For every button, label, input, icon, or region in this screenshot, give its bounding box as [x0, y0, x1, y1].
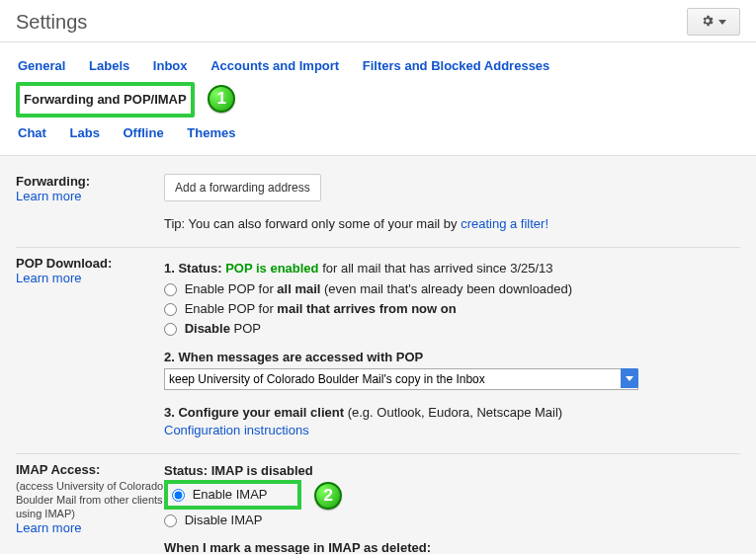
pop-label: POP Download:: [16, 256, 164, 271]
pop-accessed-heading: 2. When messages are accessed with POP: [164, 350, 423, 364]
forwarding-learn-more-link[interactable]: Learn more: [16, 189, 81, 203]
tab-general[interactable]: General: [16, 50, 67, 82]
pop-disable-radio[interactable]: [164, 323, 177, 336]
annotation-badge-1: 1: [208, 85, 235, 113]
forwarding-label: Forwarding:: [16, 174, 164, 189]
gear-icon: [701, 14, 714, 31]
pop-status-value: POP is enabled: [225, 261, 318, 276]
imap-disable-radio[interactable]: [164, 514, 177, 527]
tab-labs[interactable]: Labs: [68, 118, 102, 149]
imap-sublabel: (access University of Colorado Boulder M…: [16, 479, 164, 520]
pop-configure-suffix: (e.g. Outlook, Eudora, Netscape Mail): [344, 405, 562, 420]
annotation-badge-2: 2: [314, 482, 342, 510]
forwarding-section: Forwarding: Learn more Add a forwarding …: [16, 166, 740, 248]
pop-status-suffix: for all mail that has arrived since 3/25…: [319, 261, 553, 276]
tab-offline[interactable]: Offline: [121, 118, 165, 149]
settings-tabs: General Labels Inbox Accounts and Import…: [0, 42, 756, 156]
pop-enable-new-option[interactable]: Enable POP for mail that arrives from no…: [164, 299, 740, 319]
tab-accounts-import[interactable]: Accounts and Import: [209, 50, 341, 82]
pop-accessed-select[interactable]: keep University of Colorado Boulder Mail…: [164, 368, 638, 390]
imap-status: Status: IMAP is disabled: [164, 463, 313, 478]
settings-gear-button[interactable]: [687, 8, 740, 36]
pop-status-prefix: 1. Status:: [164, 261, 225, 276]
pop-configure-prefix: 3. Configure your email client: [164, 405, 344, 420]
add-forwarding-address-button[interactable]: Add a forwarding address: [164, 174, 321, 201]
pop-options-radiogroup: Enable POP for all mail (even mail that'…: [164, 279, 740, 339]
pop-enable-all-radio[interactable]: [164, 283, 177, 296]
pop-learn-more-link[interactable]: Learn more: [16, 271, 81, 285]
imap-enable-option[interactable]: Enable IMAP: [172, 487, 268, 502]
imap-label: IMAP Access:: [16, 462, 164, 477]
tab-themes[interactable]: Themes: [185, 118, 237, 149]
pop-section: POP Download: Learn more 1. Status: POP …: [16, 248, 740, 454]
tab-filters-blocked[interactable]: Filters and Blocked Addresses: [361, 50, 552, 82]
tab-forwarding-pop-imap[interactable]: Forwarding and POP/IMAP: [16, 82, 195, 118]
tab-chat[interactable]: Chat: [16, 118, 48, 149]
imap-disable-option[interactable]: Disable IMAP: [164, 513, 262, 527]
settings-content: Forwarding: Learn more Add a forwarding …: [0, 156, 756, 554]
tab-inbox[interactable]: Inbox: [151, 50, 190, 82]
configuration-instructions-link[interactable]: Configuration instructions: [164, 423, 309, 437]
pop-enable-new-radio[interactable]: [164, 303, 177, 316]
imap-learn-more-link[interactable]: Learn more: [16, 520, 81, 535]
pop-enable-all-option[interactable]: Enable POP for all mail (even mail that'…: [164, 279, 740, 299]
chevron-down-icon: [718, 20, 726, 25]
forwarding-tip-text: Tip: You can also forward only some of y…: [164, 216, 461, 231]
creating-filter-link[interactable]: creating a filter!: [461, 216, 548, 231]
imap-enable-radio[interactable]: [172, 489, 185, 502]
pop-disable-option[interactable]: Disable POP: [164, 319, 740, 339]
imap-section: IMAP Access: (access University of Color…: [16, 454, 740, 554]
page-title: Settings: [16, 11, 87, 34]
tab-labels[interactable]: Labels: [87, 50, 131, 82]
imap-mark-heading: When I mark a message in IMAP as deleted…: [164, 539, 740, 554]
